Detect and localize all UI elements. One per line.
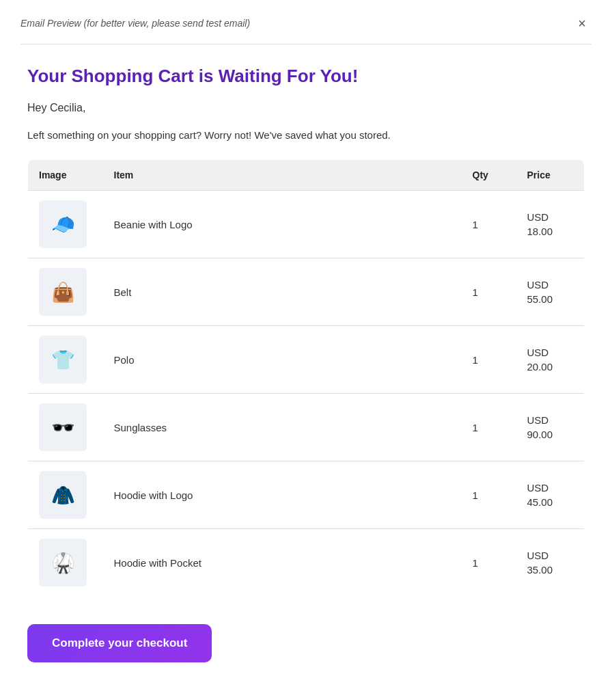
product-name: Hoodie with Pocket xyxy=(103,529,462,597)
product-image: 🧢 xyxy=(39,200,87,248)
product-price: USD 35.00 xyxy=(516,529,585,597)
product-image: 🧥 xyxy=(39,471,87,519)
product-qty: 1 xyxy=(462,529,516,597)
product-name: Hoodie with Logo xyxy=(103,461,462,529)
product-image-cell: 👜 xyxy=(28,258,103,326)
close-button[interactable]: × xyxy=(572,14,592,33)
col-header-price: Price xyxy=(516,160,585,191)
checkout-button[interactable]: Complete your checkout xyxy=(27,624,212,662)
product-image: 👕 xyxy=(39,336,87,383)
product-image-cell: 🥋 xyxy=(28,529,103,597)
col-header-qty: Qty xyxy=(462,160,516,191)
product-price: USD 55.00 xyxy=(516,258,585,326)
cart-table: Image Item Qty Price 🧢Beanie with Logo1U… xyxy=(27,159,585,597)
product-qty: 1 xyxy=(462,258,516,326)
table-header-row: Image Item Qty Price xyxy=(28,160,585,191)
product-image-cell: 🧢 xyxy=(28,191,103,258)
product-image-cell: 🕶️ xyxy=(28,394,103,461)
table-row: 🧢Beanie with Logo1USD 18.00 xyxy=(28,191,585,258)
modal-container: Email Preview (for better view, please s… xyxy=(0,0,612,700)
table-row: 👜Belt1USD 55.00 xyxy=(28,258,585,326)
product-price: USD 18.00 xyxy=(516,191,585,258)
product-image: 👜 xyxy=(39,268,87,316)
email-heading: Your Shopping Cart is Waiting For You! xyxy=(27,65,585,88)
product-price: USD 45.00 xyxy=(516,461,585,529)
product-image: 🥋 xyxy=(39,539,87,587)
product-qty: 1 xyxy=(462,461,516,529)
product-qty: 1 xyxy=(462,326,516,394)
product-qty: 1 xyxy=(462,394,516,461)
product-name: Sunglasses xyxy=(103,394,462,461)
product-image-cell: 🧥 xyxy=(28,461,103,529)
table-row: 🕶️Sunglasses1USD 90.00 xyxy=(28,394,585,461)
col-header-image: Image xyxy=(28,160,103,191)
modal-header: Email Preview (for better view, please s… xyxy=(20,14,592,44)
product-image-cell: 👕 xyxy=(28,326,103,394)
table-row: 🧥Hoodie with Logo1USD 45.00 xyxy=(28,461,585,529)
email-body-text: Left something on your shopping cart? Wo… xyxy=(27,128,585,144)
product-image: 🕶️ xyxy=(39,403,87,451)
table-row: 👕Polo1USD 20.00 xyxy=(28,326,585,394)
product-name: Belt xyxy=(103,258,462,326)
product-name: Polo xyxy=(103,326,462,394)
product-qty: 1 xyxy=(462,191,516,258)
email-content: Your Shopping Cart is Waiting For You! H… xyxy=(20,65,592,662)
email-greeting: Hey Cecilia, xyxy=(27,102,585,114)
product-price: USD 90.00 xyxy=(516,394,585,461)
table-row: 🥋Hoodie with Pocket1USD 35.00 xyxy=(28,529,585,597)
col-header-item: Item xyxy=(103,160,462,191)
product-price: USD 20.00 xyxy=(516,326,585,394)
modal-header-title: Email Preview (for better view, please s… xyxy=(20,18,250,29)
product-name: Beanie with Logo xyxy=(103,191,462,258)
